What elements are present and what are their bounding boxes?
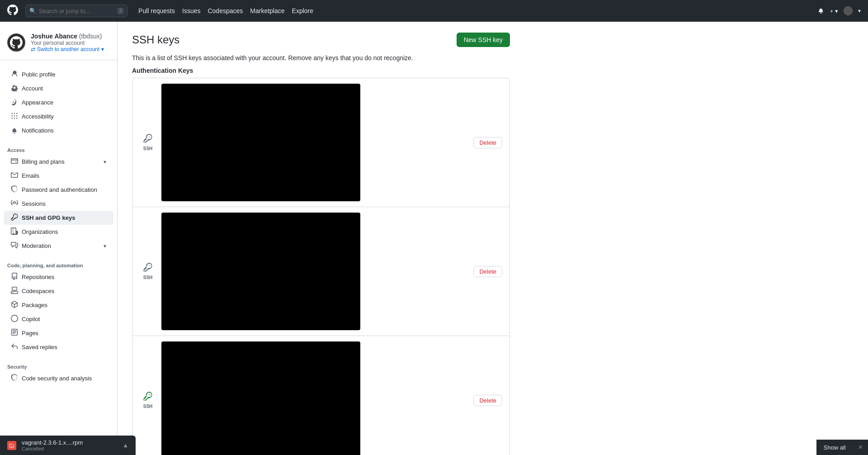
gear-icon: [11, 84, 18, 93]
notifications-bell-icon[interactable]: [817, 6, 825, 15]
key-name-block-2: [161, 213, 360, 330]
key-actions-2: Delete: [473, 266, 502, 277]
sidebar-item-label-ssh-gpg: SSH and GPG keys: [22, 214, 106, 221]
search-input[interactable]: [39, 8, 115, 14]
sidebar-access-section: Access Billing and plans ▾ Emails Passwo…: [0, 141, 117, 256]
topnav-marketplace[interactable]: Marketplace: [250, 7, 284, 14]
search-bar[interactable]: 🔍 /: [25, 5, 127, 17]
sidebar-item-billing[interactable]: Billing and plans ▾: [4, 155, 113, 169]
ssh-key-icon-2: [143, 263, 152, 274]
topnav-codespaces[interactable]: Codespaces: [208, 7, 243, 14]
sidebar-item-notifications[interactable]: Notifications: [4, 123, 113, 137]
key-name-block-3: [161, 341, 360, 455]
sidebar-item-label-sessions: Sessions: [22, 200, 106, 207]
key-icon: [11, 213, 18, 222]
sidebar-item-packages[interactable]: Packages: [4, 298, 113, 312]
github-logo-icon[interactable]: [7, 5, 18, 18]
sidebar-item-accessibility[interactable]: Accessibility: [4, 109, 113, 123]
sidebar-item-saved-replies[interactable]: Saved replies: [4, 340, 113, 354]
download-bar-chevron-icon[interactable]: ▲: [123, 442, 128, 449]
sidebar-section-title-automation: Code, planning, and automation: [0, 260, 117, 270]
show-all-button[interactable]: Show all: [816, 441, 853, 455]
table-row: SSH Delete: [132, 78, 509, 207]
delete-ssh-key-2-button[interactable]: Delete: [473, 266, 502, 277]
sidebar-item-label-code-security: Code security and analysis: [22, 375, 106, 382]
delete-ssh-key-3-button[interactable]: Delete: [473, 395, 502, 406]
sidebar-item-label-billing: Billing and plans: [22, 158, 100, 165]
sidebar-automation-section: Code, planning, and automation Repositor…: [0, 256, 117, 358]
sidebar-item-emails[interactable]: Emails: [4, 169, 113, 183]
sidebar-item-organizations[interactable]: Organizations: [4, 225, 113, 239]
sidebar-item-label-public-profile: Public profile: [22, 71, 106, 78]
sidebar-item-account[interactable]: Account: [4, 81, 113, 95]
sidebar-item-ssh-gpg[interactable]: SSH and GPG keys: [4, 211, 113, 225]
page-title: SSH keys: [132, 33, 179, 46]
sidebar-user-section: Joshue Abance (tbdsux) Your personal acc…: [0, 33, 117, 60]
sidebar-item-label-saved-replies: Saved replies: [22, 344, 106, 351]
sidebar-item-label-organizations: Organizations: [22, 228, 106, 235]
download-bar-info: vagrant-2.3.6-1.x....rpm Cancelled: [22, 439, 117, 451]
comment-icon: [11, 242, 18, 250]
download-status: Cancelled: [22, 446, 117, 451]
show-all-bar: Show all ×: [816, 440, 868, 455]
topnav-issues[interactable]: Issues: [182, 7, 200, 14]
sidebar-item-label-moderation: Moderation: [22, 242, 100, 249]
ssh-key-icon-3: [143, 392, 152, 403]
sidebar-item-moderation[interactable]: Moderation ▾: [4, 239, 113, 253]
codespaces-icon: [11, 287, 18, 295]
sidebar-item-pages[interactable]: Pages: [4, 326, 113, 340]
broadcast-icon: [11, 199, 18, 208]
mail-icon: [11, 171, 18, 180]
sidebar-item-label-repositories: Repositories: [22, 274, 106, 280]
download-file-icon: [7, 441, 16, 450]
new-ssh-key-button[interactable]: New SSH key: [457, 33, 510, 47]
ssh-key-icon-1: [143, 134, 152, 145]
sidebar-item-label-password-auth: Password and authentication: [22, 186, 106, 193]
table-row: SSH Delete: [132, 207, 509, 336]
repo-icon: [11, 273, 18, 281]
settings-sidebar: Joshue Abance (tbdsux) Your personal acc…: [0, 22, 118, 455]
sidebar-item-public-profile[interactable]: Public profile: [4, 67, 113, 81]
ssh-section-header: SSH keys New SSH key: [132, 33, 510, 47]
sidebar-item-label-account: Account: [22, 85, 106, 92]
show-all-close-button[interactable]: ×: [853, 440, 868, 455]
accessibility-icon: [11, 112, 18, 121]
sidebar-item-appearance[interactable]: Appearance: [4, 95, 113, 109]
avatar: [7, 33, 25, 52]
sidebar-item-code-security[interactable]: Code security and analysis: [4, 371, 113, 385]
auth-keys-title: Authentication Keys: [132, 67, 510, 74]
pages-icon: [11, 329, 18, 337]
avatar-chevron-icon[interactable]: ▾: [858, 8, 861, 14]
sidebar-item-repositories[interactable]: Repositories: [4, 270, 113, 284]
topnav-pull-requests[interactable]: Pull requests: [138, 7, 175, 14]
download-filename: vagrant-2.3.6-1.x....rpm: [22, 439, 117, 446]
bell-icon: [11, 126, 18, 135]
copilot-icon: [11, 315, 18, 323]
search-icon: 🔍: [29, 8, 36, 14]
user-avatar-menu[interactable]: [844, 6, 853, 15]
ssh-keys-list: SSH Delete SSH Delete: [132, 78, 510, 455]
search-shortcut-kbd: /: [118, 8, 123, 14]
sidebar-item-label-packages: Packages: [22, 302, 106, 308]
switch-account-link[interactable]: ⇄ Switch to another account ▾: [31, 46, 104, 52]
ssh-type-label-2: SSH: [143, 275, 153, 280]
key-icon-wrap-2: SSH: [140, 263, 156, 280]
package-icon: [11, 301, 18, 309]
key-icon-wrap-3: SSH: [140, 392, 156, 409]
topnav-explore[interactable]: Explore: [292, 7, 313, 14]
sidebar-item-password-auth[interactable]: Password and authentication: [4, 183, 113, 197]
sidebar-security-section: Security Code security and analysis: [0, 358, 117, 389]
sidebar-item-sessions[interactable]: Sessions: [4, 197, 113, 211]
topnav: 🔍 / Pull requests Issues Codespaces Mark…: [0, 0, 868, 22]
table-row: SSH Delete: [132, 336, 509, 455]
sidebar-section-title-security: Security: [0, 361, 117, 371]
create-plus-icon[interactable]: + ▾: [830, 8, 838, 14]
sidebar-item-label-pages: Pages: [22, 330, 106, 337]
sidebar-item-codespaces[interactable]: Codespaces: [4, 284, 113, 298]
reply-icon: [11, 343, 18, 351]
main-content: SSH keys New SSH key This is a list of S…: [118, 22, 524, 455]
sidebar-item-copilot[interactable]: Copilot: [4, 312, 113, 326]
person-icon: [11, 70, 18, 79]
delete-ssh-key-1-button[interactable]: Delete: [473, 137, 502, 148]
ssh-description: This is a list of SSH keys associated wi…: [132, 54, 510, 62]
